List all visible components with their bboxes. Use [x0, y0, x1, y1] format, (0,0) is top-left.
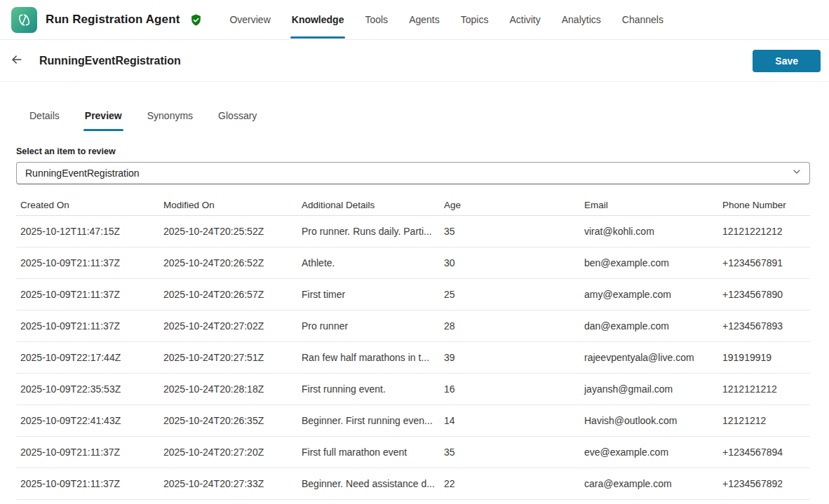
nav-item-tools[interactable]: Tools — [365, 0, 388, 40]
cell-modified-on: 2025-10-24T20:25:52Z — [159, 226, 297, 237]
cell-phone-number: +1234567892 — [718, 478, 810, 489]
table-row: 2025-10-09T21:11:37Z 2025-10-24T20:26:57… — [16, 279, 810, 311]
cell-created-on: 2025-10-09T22:35:53Z — [16, 383, 159, 395]
top-app-bar: Run Registration Agent Overview Knowledg… — [0, 0, 829, 40]
cell-email: dan@example.com — [580, 320, 718, 332]
nav-item-topics[interactable]: Topics — [461, 0, 489, 40]
cell-additional-details: Pro runner. Runs daily. Parti... — [297, 226, 440, 237]
cell-additional-details: Ran few half marathons in t... — [297, 352, 440, 363]
column-header-created-on: Created On — [16, 200, 159, 210]
cell-age: 14 — [440, 415, 580, 426]
cell-additional-details: First full marathon event — [297, 447, 440, 458]
top-navigation: Overview Knowledge Tools Agents Topics A… — [229, 0, 663, 40]
nav-item-agents[interactable]: Agents — [409, 0, 440, 40]
cell-phone-number: +1234567890 — [718, 289, 810, 300]
detail-tabs: Details Preview Synonyms Glossary — [28, 103, 810, 128]
item-select-dropdown[interactable]: RunningEventRegistration — [16, 162, 810, 184]
cell-additional-details: First running event. — [297, 383, 440, 395]
cell-modified-on: 2025-10-24T20:26:57Z — [159, 289, 297, 300]
nav-item-activity[interactable]: Activity — [509, 0, 540, 40]
cell-age: 28 — [440, 320, 580, 332]
main-content: Details Preview Synonyms Glossary Select… — [0, 103, 829, 500]
cell-phone-number: 191919919 — [718, 352, 810, 363]
nav-item-knowledge[interactable]: Knowledge — [292, 0, 344, 40]
agent-logo-icon — [11, 7, 37, 33]
tab-synonyms[interactable]: Synonyms — [146, 103, 194, 128]
column-header-modified-on: Modified On — [159, 200, 297, 210]
column-header-additional-details: Additional Details — [297, 200, 440, 210]
cell-created-on: 2025-10-09T21:11:37Z — [16, 478, 159, 489]
table-row: 2025-10-12T11:47:15Z 2025-10-24T20:25:52… — [16, 216, 810, 247]
cell-email: eve@example.com — [580, 447, 718, 458]
agent-name: Run Registration Agent — [46, 13, 180, 27]
cell-email: rajeevpentyala@live.com — [580, 352, 718, 363]
page-header: RunningEventRegistration Save — [0, 40, 829, 82]
cell-email: Havish@outlook.com — [580, 415, 718, 426]
cell-age: 35 — [440, 226, 580, 237]
chevron-down-icon — [791, 166, 802, 180]
cell-created-on: 2025-10-09T21:11:37Z — [16, 289, 159, 300]
cell-additional-details: Athlete. — [297, 257, 440, 268]
tab-glossary[interactable]: Glossary — [217, 103, 258, 128]
cell-phone-number: 12121212 — [718, 415, 810, 426]
preview-table: Created On Modified On Additional Detail… — [16, 194, 810, 500]
item-select-label: Select an item to review — [16, 147, 810, 156]
nav-item-channels[interactable]: Channels — [622, 0, 663, 40]
cell-modified-on: 2025-10-24T20:27:20Z — [159, 447, 297, 458]
cell-phone-number: +1234567891 — [718, 257, 810, 268]
cell-additional-details: First timer — [297, 289, 440, 300]
dropdown-selected-value: RunningEventRegistration — [25, 168, 791, 179]
page-title: RunningEventRegistration — [39, 55, 181, 67]
cell-age: 22 — [440, 478, 580, 489]
table-row: 2025-10-09T22:35:53Z 2025-10-24T20:28:18… — [16, 374, 810, 405]
back-button[interactable] — [6, 48, 28, 73]
cell-modified-on: 2025-10-24T20:26:35Z — [159, 415, 297, 426]
table-row: 2025-10-09T22:17:44Z 2025-10-24T20:27:51… — [16, 342, 810, 374]
cell-modified-on: 2025-10-24T20:27:51Z — [159, 352, 297, 363]
arrow-left-icon — [10, 53, 24, 69]
cell-created-on: 2025-10-09T21:11:37Z — [16, 447, 159, 458]
cell-age: 35 — [440, 447, 580, 458]
cell-modified-on: 2025-10-24T20:27:33Z — [159, 478, 297, 489]
cell-email: ben@example.com — [580, 257, 718, 268]
cell-additional-details: Pro runner — [297, 320, 440, 332]
column-header-age: Age — [440, 200, 580, 210]
cell-age: 39 — [440, 352, 580, 363]
cell-created-on: 2025-10-09T21:11:37Z — [16, 320, 159, 332]
nav-item-analytics[interactable]: Analytics — [562, 0, 601, 40]
cell-email: cara@example.com — [580, 478, 718, 489]
cell-additional-details: Beginner. First running even... — [297, 415, 440, 426]
verified-shield-icon — [189, 13, 203, 27]
table-row: 2025-10-09T21:11:37Z 2025-10-24T20:26:52… — [16, 247, 810, 279]
table-row: 2025-10-09T21:11:37Z 2025-10-24T20:27:02… — [16, 311, 810, 342]
cell-age: 25 — [440, 289, 580, 300]
cell-modified-on: 2025-10-24T20:26:52Z — [159, 257, 297, 268]
cell-created-on: 2025-10-12T11:47:15Z — [16, 226, 159, 237]
cell-phone-number: +1234567893 — [718, 320, 810, 332]
tab-details[interactable]: Details — [28, 103, 61, 128]
cell-phone-number: 12121221212 — [718, 226, 810, 237]
cell-created-on: 2025-10-09T21:11:37Z — [16, 257, 159, 268]
cell-email: amy@example.com — [580, 289, 718, 300]
table-header-row: Created On Modified On Additional Detail… — [16, 194, 810, 216]
cell-age: 30 — [440, 257, 580, 268]
agent-brand: Run Registration Agent — [11, 7, 203, 33]
cell-phone-number: +1234567894 — [718, 447, 810, 458]
cell-email: virat@kohli.com — [580, 226, 718, 237]
save-button[interactable]: Save — [753, 50, 821, 72]
column-header-email: Email — [580, 200, 718, 210]
table-row: 2025-10-09T21:11:37Z 2025-10-24T20:27:20… — [16, 437, 810, 468]
cell-modified-on: 2025-10-24T20:27:02Z — [159, 320, 297, 332]
cell-phone-number: 1212121212 — [718, 383, 810, 395]
table-row: 2025-10-09T21:11:37Z 2025-10-24T20:27:33… — [16, 468, 810, 500]
table-row: 2025-10-09T22:41:43Z 2025-10-24T20:26:35… — [16, 405, 810, 437]
nav-item-overview[interactable]: Overview — [229, 0, 270, 40]
cell-created-on: 2025-10-09T22:17:44Z — [16, 352, 159, 363]
tab-preview[interactable]: Preview — [83, 103, 123, 128]
column-header-phone-number: Phone Number — [718, 200, 810, 210]
cell-age: 16 — [440, 383, 580, 395]
cell-created-on: 2025-10-09T22:41:43Z — [16, 415, 159, 426]
cell-modified-on: 2025-10-24T20:28:18Z — [159, 383, 297, 395]
cell-additional-details: Beginner. Need assistance d... — [297, 478, 440, 489]
cell-email: jayansh@gmail.com — [580, 383, 718, 395]
